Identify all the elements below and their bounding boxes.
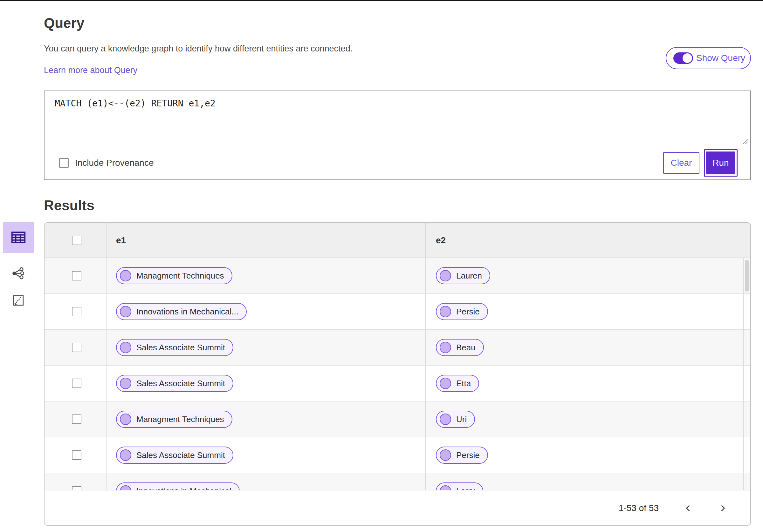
e1-entity-pill[interactable]: Innovations in Mechanical...	[116, 303, 247, 320]
chart-view-button[interactable]	[3, 294, 34, 308]
row-checkbox[interactable]	[72, 414, 81, 424]
e2-pill-label: Beau	[456, 343, 476, 353]
e1-pill-label: Managment Techniques	[136, 271, 224, 281]
entity-node-icon	[120, 413, 131, 425]
e1-entity-pill[interactable]: Sales Associate Summit	[116, 447, 233, 464]
graph-nodes-icon	[11, 266, 26, 281]
entity-node-icon	[440, 270, 451, 281]
e2-entity-pill[interactable]: Uri	[436, 411, 475, 428]
row-checkbox[interactable]	[72, 450, 81, 460]
table-scrollbar-thumb[interactable]	[745, 260, 749, 292]
entity-node-icon	[120, 342, 131, 353]
table-body: Managment Techniques Lauren Innovations …	[45, 258, 750, 490]
chevron-right-icon	[718, 504, 727, 512]
e2-pill-label: Persie	[456, 307, 480, 317]
entity-node-icon	[440, 413, 451, 425]
e1-entity-pill[interactable]: Managment Techniques	[116, 411, 232, 428]
run-button[interactable]: Run	[704, 149, 737, 177]
results-title: Results	[44, 198, 94, 214]
query-footer-bar: Include Provenance Clear Run	[45, 147, 750, 179]
query-text: MATCH (e1)<--(e2) RETURN e1,e2	[55, 98, 216, 109]
e1-entity-pill[interactable]: Managment Techniques	[116, 267, 232, 284]
row-checkbox[interactable]	[72, 486, 81, 490]
show-query-label: Show Query	[696, 53, 745, 63]
table-row: Innovations in Mechanical... Persie	[45, 294, 750, 330]
e1-pill-label: Managment Techniques	[136, 414, 224, 424]
table-row: Sales Associate Summit Beau	[45, 330, 750, 366]
entity-node-icon	[120, 378, 131, 389]
table-row: Managment Techniques Lauren	[45, 258, 750, 294]
table-view-button[interactable]	[3, 222, 34, 253]
row-checkbox[interactable]	[72, 271, 81, 281]
e1-pill-label: Innovations in Mechanical...	[136, 307, 239, 317]
select-all-checkbox[interactable]	[72, 236, 81, 245]
learn-more-link[interactable]: Learn more about Query	[44, 65, 137, 75]
entity-node-icon	[120, 270, 131, 281]
e1-entity-pill[interactable]: Innovations in Mechanical	[116, 483, 240, 490]
chart-box-icon	[12, 294, 25, 307]
row-checkbox[interactable]	[72, 343, 81, 352]
table-header-row: e1 e2	[45, 223, 750, 258]
include-provenance-label: Include Provenance	[75, 158, 154, 168]
entity-node-icon	[440, 378, 451, 389]
entity-node-icon	[440, 306, 451, 317]
e2-pill-label: Larry	[456, 486, 475, 490]
entity-node-icon	[440, 449, 451, 461]
column-header-e2: e2	[436, 235, 446, 245]
toggle-on-icon[interactable]	[673, 52, 693, 64]
show-query-toggle-button[interactable]: Show Query	[666, 47, 751, 69]
chevron-left-icon	[684, 504, 693, 512]
entity-node-icon	[440, 342, 451, 353]
e2-pill-label: Lauren	[456, 271, 482, 281]
table-row: Innovations in Mechanical Larry	[45, 473, 750, 490]
e2-pill-label: Persie	[456, 450, 480, 460]
e1-pill-label: Sales Associate Summit	[136, 450, 225, 460]
e1-pill-label: Sales Associate Summit	[136, 379, 225, 389]
query-textarea[interactable]: MATCH (e1)<--(e2) RETURN e1,e2	[45, 91, 750, 147]
window-top-edge	[0, 0, 763, 1]
e2-entity-pill[interactable]: Etta	[436, 375, 479, 392]
pagination-bar: 1-53 of 53	[45, 490, 750, 526]
e1-entity-pill[interactable]: Sales Associate Summit	[116, 339, 233, 356]
clear-button[interactable]: Clear	[663, 152, 700, 174]
column-header-e1: e1	[116, 235, 126, 245]
include-provenance-checkbox[interactable]	[59, 158, 69, 168]
page-description: You can query a knowledge graph to ident…	[44, 44, 353, 54]
page-title: Query	[44, 15, 84, 31]
table-icon	[10, 229, 27, 246]
e1-pill-label: Innovations in Mechanical	[136, 486, 231, 490]
e2-entity-pill[interactable]: Beau	[436, 339, 484, 356]
e2-entity-pill[interactable]: Persie	[436, 447, 488, 464]
resize-handle-icon[interactable]	[740, 136, 748, 145]
pagination-range: 1-53 of 53	[619, 503, 659, 513]
row-checkbox[interactable]	[72, 307, 81, 316]
toggle-knob	[683, 53, 692, 63]
e2-entity-pill[interactable]: Persie	[436, 303, 488, 320]
table-row: Sales Associate Summit Persie	[45, 437, 750, 473]
query-editor-panel: MATCH (e1)<--(e2) RETURN e1,e2 Include P…	[44, 91, 751, 180]
table-row: Sales Associate Summit Etta	[45, 366, 750, 401]
next-page-button[interactable]	[718, 503, 727, 513]
e1-pill-label: Sales Associate Summit	[136, 343, 225, 353]
e2-entity-pill[interactable]: Lauren	[436, 267, 490, 284]
entity-node-icon	[120, 485, 131, 490]
row-checkbox[interactable]	[72, 379, 81, 388]
table-row: Managment Techniques Uri	[45, 401, 750, 437]
entity-node-icon	[120, 449, 131, 461]
e2-pill-label: Uri	[456, 414, 467, 424]
entity-node-icon	[440, 485, 451, 490]
e2-pill-label: Etta	[456, 379, 471, 389]
e2-entity-pill[interactable]: Larry	[436, 483, 483, 490]
results-table: e1 e2 Managment Techniques Lauren	[44, 222, 751, 526]
previous-page-button[interactable]	[684, 503, 693, 513]
e1-entity-pill[interactable]: Sales Associate Summit	[116, 375, 233, 392]
view-switcher-rail	[3, 222, 35, 308]
entity-node-icon	[120, 306, 131, 317]
graph-view-button[interactable]	[3, 266, 34, 280]
query-page: Query You can query a knowledge graph to…	[0, 0, 763, 532]
